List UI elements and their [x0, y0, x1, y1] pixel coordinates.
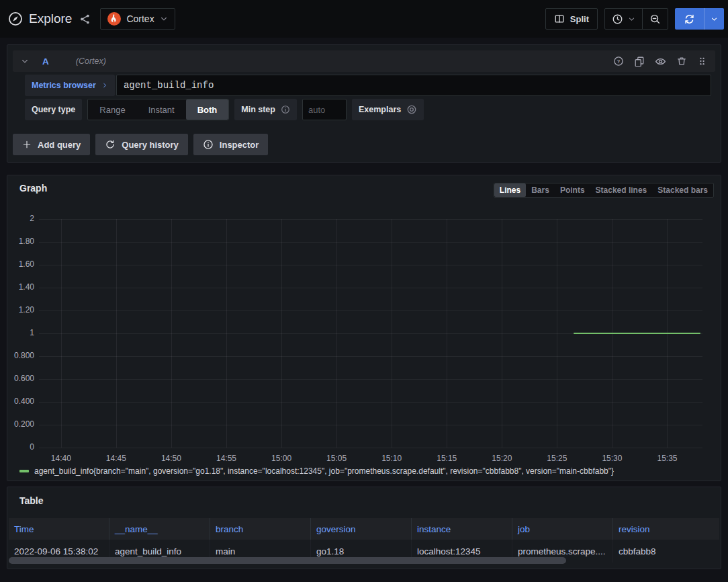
page-title: Explore: [29, 11, 72, 26]
share-icon[interactable]: [78, 12, 92, 26]
query-datasource-hint: (Cortex): [76, 56, 106, 66]
query-help-icon[interactable]: ?: [613, 56, 624, 67]
graph-style-option-stacked-bars[interactable]: Stacked bars: [652, 183, 713, 197]
run-query-button-group: [675, 8, 724, 30]
refresh-button[interactable]: [675, 8, 704, 30]
graph-style-option-lines[interactable]: Lines: [494, 183, 526, 197]
x-axis-label: 14:55: [206, 454, 246, 463]
query-ref-id[interactable]: A: [42, 56, 49, 67]
graph-plot-area[interactable]: 00.2000.4000.6000.80011.201.401.601.8021…: [39, 219, 702, 448]
graph-style-option-stacked-lines[interactable]: Stacked lines: [590, 183, 653, 197]
x-axis-label: 15:05: [316, 454, 357, 463]
graph-panel: Graph LinesBarsPointsStacked linesStacke…: [7, 175, 721, 481]
x-grid-line: [557, 219, 557, 448]
query-options-row: Query type RangeInstantBoth Min step aut…: [25, 99, 711, 120]
x-grid-line: [171, 219, 172, 448]
metrics-browser-button[interactable]: Metrics browser: [25, 75, 115, 96]
y-axis-label: 0.600: [9, 374, 34, 383]
y-grid-line: [39, 425, 702, 425]
table-header-name[interactable]: __name__: [109, 518, 210, 540]
series-line-segment: [574, 333, 700, 334]
collapse-chevron-icon[interactable]: [21, 57, 29, 65]
x-axis-label: 15:10: [371, 454, 412, 463]
inspector-button[interactable]: Inspector: [193, 134, 269, 155]
explore-toolbar: Explore Cortex Split: [0, 0, 728, 38]
x-grid-line: [281, 219, 282, 448]
table-header-goversion[interactable]: goversion: [311, 518, 412, 540]
y-axis-label: 1: [9, 328, 34, 337]
table-panel-title: Table: [19, 495, 44, 506]
table-header-job[interactable]: job: [512, 518, 613, 540]
chevron-right-icon: [101, 82, 108, 89]
info-circle-icon: [281, 105, 290, 114]
info-circle-icon: [203, 139, 214, 150]
y-grid-line: [39, 219, 702, 220]
legend-series-swatch: [19, 470, 29, 472]
graph-style-option-points[interactable]: Points: [555, 183, 590, 197]
duplicate-query-icon[interactable]: [634, 56, 645, 67]
x-grid-line: [392, 219, 392, 448]
datasource-picker[interactable]: Cortex: [100, 8, 175, 30]
legend-series-label[interactable]: agent_build_info{branch="main", goversio…: [34, 466, 614, 476]
y-axis-label: 0.800: [9, 351, 34, 360]
graph-style-option-bars[interactable]: Bars: [526, 183, 555, 197]
x-axis-label: 15:30: [592, 454, 632, 463]
table-header-revision[interactable]: revision: [613, 518, 719, 540]
table-horizontal-scrollbar-track: [9, 557, 719, 564]
exemplars-toggle-icon[interactable]: [406, 104, 417, 115]
split-panes-icon: [554, 13, 565, 24]
y-axis-label: 2: [9, 214, 34, 223]
y-grid-line: [39, 448, 702, 448]
x-axis-label: 15:25: [537, 454, 577, 463]
min-step-label: Min step: [234, 99, 297, 120]
x-axis-label: 14:50: [151, 454, 191, 463]
drag-handle-icon[interactable]: [697, 56, 707, 67]
time-range-picker[interactable]: [605, 9, 642, 29]
table-header-instance[interactable]: instance: [412, 518, 512, 540]
x-axis-label: 15:35: [647, 454, 687, 463]
clock-icon: [612, 13, 623, 25]
x-axis-label: 15:15: [426, 454, 467, 463]
y-grid-line: [39, 310, 702, 311]
query-row-header: A (Cortex) ?: [13, 50, 715, 72]
time-controls-group: [604, 8, 668, 30]
graph-panel-title: Graph: [19, 183, 47, 194]
query-type-label: Query type: [25, 99, 82, 120]
table-header-row: Time__name__branchgoversioninstancejobre…: [9, 518, 719, 540]
x-grid-line: [226, 219, 227, 448]
query-type-option-instant[interactable]: Instant: [137, 99, 186, 120]
refresh-interval-dropdown[interactable]: [704, 8, 724, 30]
query-type-option-both[interactable]: Both: [186, 99, 229, 120]
query-expression-input[interactable]: agent_build_info: [116, 75, 711, 96]
graph-legend: agent_build_info{branch="main", goversio…: [19, 466, 614, 476]
table-horizontal-scrollbar-thumb[interactable]: [9, 557, 566, 564]
table-header-time[interactable]: Time: [9, 518, 109, 540]
split-button[interactable]: Split: [545, 8, 598, 30]
query-type-radio-group: RangeInstantBoth: [87, 99, 229, 120]
table-header-branch[interactable]: branch: [210, 518, 311, 540]
toggle-query-visibility-icon[interactable]: [655, 56, 666, 67]
query-type-option-range[interactable]: Range: [88, 99, 136, 120]
exemplars-label: Exemplars: [352, 99, 424, 120]
min-step-input[interactable]: auto: [302, 99, 347, 120]
svg-text:?: ?: [617, 58, 621, 65]
query-field-row: Metrics browser agent_build_info: [25, 75, 711, 96]
y-grid-line: [39, 265, 702, 265]
sync-arrows-icon: [684, 13, 695, 25]
x-axis-label: 15:00: [261, 454, 302, 463]
y-axis-label: 0.400: [9, 397, 34, 406]
magnifier-minus-icon: [649, 13, 661, 25]
query-actions-row: Add query Query history Inspector: [13, 134, 715, 155]
remove-query-icon[interactable]: [676, 56, 687, 67]
chevron-down-icon: [711, 15, 718, 23]
query-history-button[interactable]: Query history: [95, 134, 188, 155]
history-clock-icon: [105, 139, 116, 150]
y-axis-label: 1.80: [9, 237, 34, 246]
x-axis-label: 14:45: [96, 454, 136, 463]
y-grid-line: [39, 288, 702, 288]
query-editor-panel: A (Cortex) ? Metrics browser: [7, 44, 721, 163]
add-query-button[interactable]: Add query: [13, 134, 90, 155]
x-grid-line: [502, 219, 502, 448]
table-panel: Table Time__name__branchgoversioninstanc…: [7, 487, 721, 569]
zoom-out-button[interactable]: [642, 9, 668, 29]
